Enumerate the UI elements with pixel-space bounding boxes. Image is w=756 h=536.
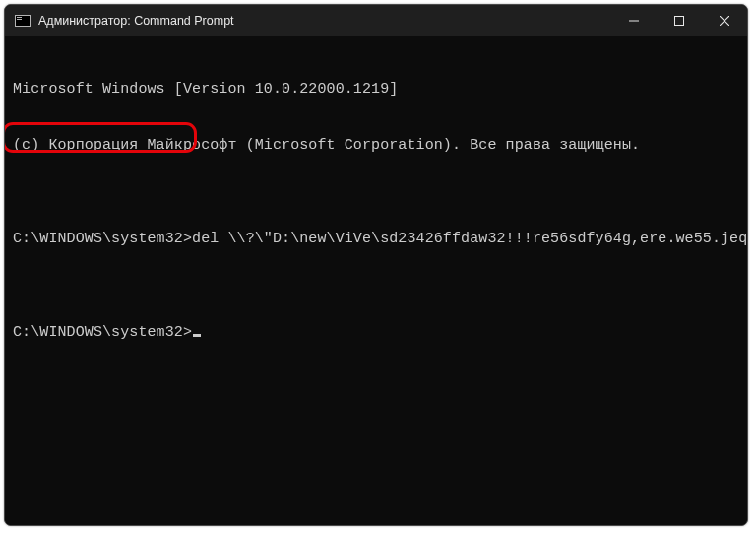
- maximize-button[interactable]: [657, 5, 702, 36]
- prompt-text: C:\WINDOWS\system32>: [13, 324, 192, 341]
- minimize-button[interactable]: [611, 5, 657, 36]
- titlebar[interactable]: Администратор: Command Prompt: [5, 5, 747, 36]
- prompt-line: C:\WINDOWS\system32>: [13, 323, 739, 342]
- close-icon: [720, 16, 729, 26]
- svg-rect-1: [675, 17, 684, 26]
- minimize-icon: [629, 16, 639, 26]
- cursor: [193, 334, 201, 337]
- output-line: Microsoft Windows [Version 10.0.22000.12…: [13, 80, 739, 99]
- output-line: C:\WINDOWS\system32>del \\?\"D:\new\ViVe…: [13, 230, 739, 248]
- command-prompt-window: Администратор: Command Prompt Microsoft …: [4, 4, 748, 526]
- window-title: Администратор: Command Prompt: [38, 14, 234, 28]
- terminal-body[interactable]: Microsoft Windows [Version 10.0.22000.12…: [5, 36, 747, 525]
- maximize-icon: [674, 16, 684, 26]
- close-button[interactable]: [702, 5, 747, 36]
- output-line: (c) Корпорация Майкрософт (Microsoft Cor…: [13, 136, 739, 155]
- cmd-icon: [15, 14, 31, 28]
